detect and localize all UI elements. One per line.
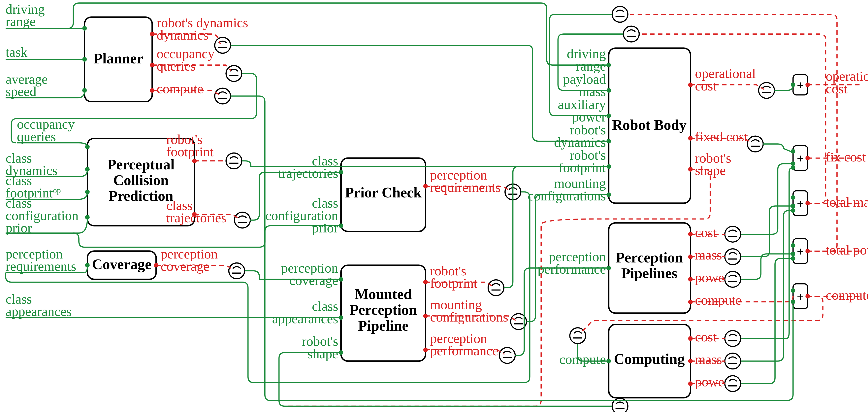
block-planner-title: Planner: [94, 50, 143, 67]
svg-text:mountingconfigurations: mountingconfigurations: [528, 176, 606, 203]
svg-point-131: [725, 226, 741, 242]
svg-text:total power: total power: [826, 242, 868, 258]
svg-text:fix cost: fix cost: [826, 149, 866, 165]
svg-point-184: [791, 288, 796, 293]
sum-nodes: + + + + +: [793, 75, 808, 308]
svg-text:+: +: [797, 245, 804, 259]
block-pcp: PerceptualCollisionPrediction robot'sfoo…: [85, 132, 226, 226]
relax-icon: [215, 37, 230, 53]
svg-text:robot'sdynamics: robot'sdynamics: [554, 122, 606, 150]
svg-text:total mass: total mass: [826, 195, 868, 210]
svg-text:operationalcost: operationalcost: [695, 66, 756, 93]
svg-text:power: power: [695, 374, 728, 389]
svg-point-183: [791, 256, 796, 261]
svg-text:perceptionperformance: perceptionperformance: [538, 249, 606, 276]
svg-text:+: +: [797, 79, 804, 92]
svg-text:robot'sfootprint: robot'sfootprint: [166, 132, 214, 159]
svg-text:power: power: [695, 270, 728, 285]
svg-text:compute: compute: [695, 293, 741, 307]
svg-text:cost: cost: [695, 225, 717, 240]
svg-point-181: [791, 243, 796, 248]
relax-icon: [226, 66, 242, 81]
relax-icon: [612, 6, 628, 22]
svg-point-175: [791, 149, 796, 154]
relax-icon: [747, 136, 763, 152]
svg-text:payloadmass: payloadmass: [563, 71, 606, 99]
block-coverage: Coverage perceptioncoverage: [85, 246, 218, 279]
svg-point-182: [791, 252, 796, 256]
svg-point-133: [725, 249, 741, 265]
relax-icon: [725, 271, 741, 287]
svg-text:classconfigurationprior: classconfigurationprior: [6, 196, 79, 236]
svg-point-189: [805, 249, 810, 254]
svg-point-178: [791, 195, 796, 200]
relax-icon: [215, 88, 230, 104]
svg-text:Coverage: Coverage: [92, 256, 151, 272]
svg-text:fixed cost: fixed cost: [695, 129, 748, 144]
svg-point-50: [339, 315, 343, 320]
svg-text:classappearances: classappearances: [272, 299, 338, 326]
svg-point-185: [791, 300, 796, 304]
svg-point-109: [226, 153, 242, 169]
svg-point-190: [805, 294, 810, 298]
system-diagram: Planner robot's dynamicsdynamics occupan…: [0, 0, 868, 412]
external-outputs: operationalcost fix cost total mass tota…: [826, 68, 868, 302]
svg-point-186: [805, 83, 810, 87]
relax-icon: [229, 263, 245, 278]
svg-text:robot's
dynamicsdynamics: robot's dynamicsdynamics: [157, 15, 248, 42]
svg-text:MountedPerceptionPipeline: MountedPerceptionPipeline: [350, 286, 417, 334]
block-robot-body: Robot Body drivingrange payloadmass auxi…: [528, 46, 756, 203]
svg-text:robot'sfootprint: robot'sfootprint: [559, 148, 606, 175]
svg-text:drivingrange: drivingrange: [6, 2, 45, 29]
relax-icon: [235, 212, 250, 228]
relax-icon: [499, 348, 515, 363]
svg-text:perceptionrequirements: perceptionrequirements: [6, 246, 76, 274]
svg-text:robot'sshape: robot'sshape: [695, 150, 731, 178]
svg-text:+: +: [797, 290, 804, 304]
block-prior-check: Prior Check classtrajectories classconfi…: [265, 153, 501, 235]
svg-point-107: [215, 88, 230, 104]
svg-text:perceptionrequirements: perceptionrequirements: [430, 168, 501, 195]
svg-text:perceptionperformance: perceptionperformance: [430, 331, 498, 358]
svg-text:perceptioncoverage: perceptioncoverage: [281, 261, 338, 288]
svg-text:+: +: [797, 197, 804, 211]
svg-point-117: [488, 280, 504, 295]
relax-icon: [725, 249, 741, 265]
svg-text:occupancyqueries: occupancyqueries: [157, 46, 214, 73]
svg-text:mass: mass: [695, 352, 722, 367]
svg-text:auxiliarypower: auxiliarypower: [558, 97, 606, 124]
svg-text:PerceptualCollisionPrediction: PerceptualCollisionPrediction: [107, 156, 175, 204]
svg-text:classtrajectories: classtrajectories: [166, 198, 226, 225]
svg-point-129: [747, 136, 763, 152]
svg-point-103: [215, 37, 230, 53]
block-mpp: MountedPerceptionPipeline perceptioncove…: [272, 261, 508, 361]
svg-text:operationalcost: operationalcost: [826, 68, 868, 96]
svg-text:drivingrange: drivingrange: [567, 46, 606, 73]
svg-point-188: [805, 201, 810, 205]
svg-point-127: [759, 83, 774, 98]
svg-point-141: [725, 376, 741, 391]
relax-icon: [488, 280, 504, 295]
relax-icon: [725, 331, 741, 346]
svg-text:mountingconfigurations: mountingconfigurations: [430, 297, 508, 325]
svg-text:compute: compute: [826, 288, 868, 303]
svg-point-179: [791, 204, 796, 208]
svg-text:occupancyqueries: occupancyqueries: [17, 117, 75, 144]
svg-point-105: [226, 66, 242, 81]
relax-icon: [623, 26, 639, 42]
svg-point-187: [805, 156, 810, 160]
svg-point-113: [229, 263, 245, 278]
svg-text:Robot Body: Robot Body: [612, 117, 686, 133]
svg-point-177: [791, 166, 796, 170]
svg-text:robot'sfootprint: robot'sfootprint: [430, 263, 477, 291]
svg-text:compute: compute: [559, 352, 606, 367]
relax-icon: [226, 153, 242, 169]
relax-icon: [725, 376, 741, 391]
svg-point-180: [791, 208, 796, 213]
svg-point-137: [725, 331, 741, 346]
relax-icon: [725, 353, 741, 369]
svg-text:PerceptionPipelines: PerceptionPipelines: [616, 249, 683, 282]
svg-text:Computing: Computing: [614, 351, 685, 367]
relax-icon: [725, 226, 741, 242]
svg-text:cost: cost: [695, 329, 717, 344]
